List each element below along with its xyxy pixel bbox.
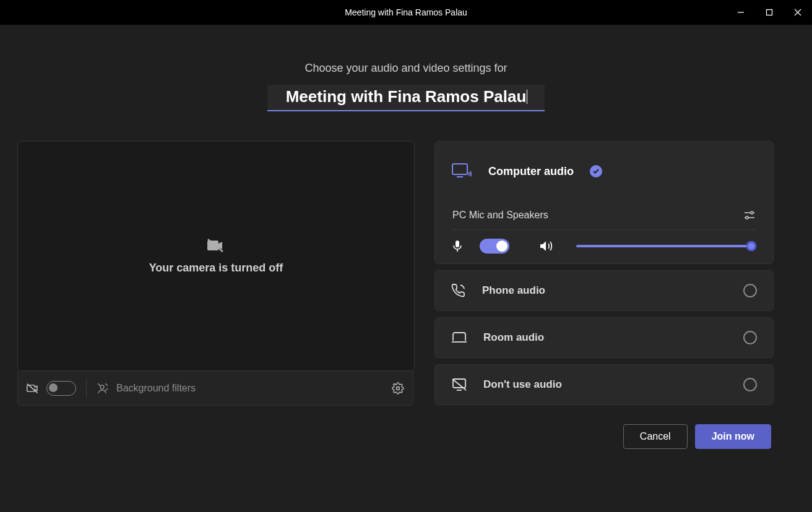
radio-empty-icon — [743, 284, 757, 297]
radio-empty-icon — [743, 331, 757, 344]
svg-line-22 — [452, 379, 466, 390]
prejoin-subtitle: Choose your audio and video settings for — [0, 62, 812, 75]
svg-rect-17 — [456, 241, 459, 247]
audio-device-name: PC Mic and Speakers — [452, 210, 548, 221]
svg-rect-20 — [453, 379, 465, 388]
room-audio-label: Room audio — [483, 331, 727, 344]
phone-icon — [451, 283, 466, 298]
audio-option-computer[interactable]: Computer audio PC Mic and Speakers — [434, 141, 774, 264]
computer-audio-label: Computer audio — [488, 165, 574, 178]
mic-icon — [452, 240, 462, 252]
cancel-button[interactable]: Cancel — [623, 424, 688, 449]
audio-option-room[interactable]: Room audio — [434, 317, 774, 358]
camera-section: Your camera is turned off — [17, 141, 415, 406]
camera-off-message: Your camera is turned off — [149, 262, 283, 275]
window-title: Meeting with Fina Ramos Palau — [0, 7, 812, 17]
selected-check-icon — [590, 165, 602, 177]
svg-point-6 — [100, 385, 104, 389]
footer-buttons: Cancel Join now — [0, 406, 812, 449]
camera-disabled-icon — [27, 383, 40, 394]
speaker-icon — [539, 240, 553, 252]
radio-empty-icon — [743, 378, 757, 391]
background-filters-label: Background filters — [116, 383, 196, 394]
svg-point-10 — [397, 386, 400, 390]
titlebar: Meeting with Fina Ramos Palau — [0, 0, 812, 25]
no-audio-label: Don't use audio — [483, 378, 727, 391]
meeting-name-input[interactable]: Meeting with Fina Ramos Palau — [267, 85, 545, 111]
room-icon — [451, 331, 467, 344]
svg-rect-1 — [767, 10, 772, 15]
audio-option-none[interactable]: Don't use audio — [434, 364, 774, 405]
phone-audio-label: Phone audio — [482, 284, 727, 297]
sliders-icon — [743, 210, 756, 220]
camera-preview: Your camera is turned off — [17, 141, 415, 371]
maximize-button[interactable] — [755, 0, 784, 25]
computer-audio-icon — [451, 163, 472, 180]
camera-toolbar: Background filters — [17, 371, 413, 406]
audio-option-phone[interactable]: Phone audio — [434, 270, 774, 311]
window-controls — [727, 0, 812, 25]
svg-line-7 — [98, 383, 100, 386]
svg-point-14 — [751, 211, 753, 214]
svg-point-16 — [746, 216, 748, 219]
audio-device-selector[interactable]: PC Mic and Speakers — [452, 201, 756, 230]
svg-line-9 — [105, 388, 108, 391]
mic-toggle[interactable] — [480, 239, 509, 254]
device-settings-button[interactable] — [392, 382, 404, 395]
background-filters-icon — [97, 382, 109, 395]
join-now-button[interactable]: Join now — [695, 424, 771, 449]
minimize-button[interactable] — [727, 0, 755, 25]
no-audio-icon — [451, 378, 467, 391]
camera-off-icon — [207, 238, 225, 253]
svg-rect-11 — [452, 164, 467, 174]
svg-line-8 — [105, 383, 108, 386]
camera-toggle[interactable] — [46, 381, 76, 396]
volume-slider[interactable] — [576, 245, 756, 247]
background-filters-button[interactable]: Background filters — [86, 378, 382, 398]
audio-section: Computer audio PC Mic and Speakers — [434, 141, 774, 406]
close-button[interactable] — [784, 0, 812, 25]
